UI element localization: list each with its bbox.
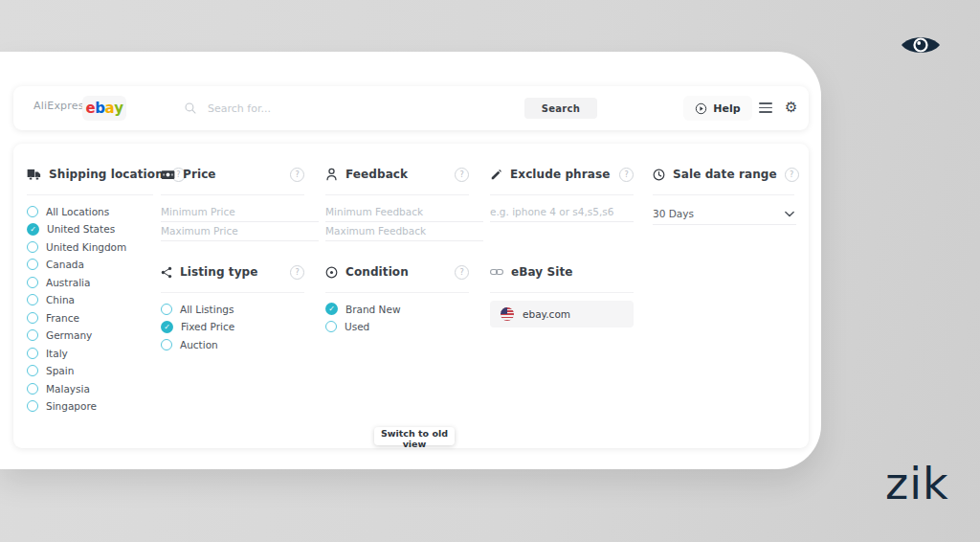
- radio-unchecked-icon: [27, 329, 38, 341]
- exclude-phrase-input[interactable]: [490, 203, 634, 222]
- radio-unchecked-icon: [27, 206, 38, 217]
- person-icon: [325, 168, 338, 181]
- panel-title: Feedback: [345, 168, 447, 181]
- panel-title: Exclude phrase: [510, 168, 612, 181]
- radio-option-label: Singapore: [46, 400, 97, 412]
- tab-aliexpress[interactable]: AliExpress: [33, 100, 90, 112]
- radio-option-label: Italy: [46, 348, 68, 359]
- share-icon: [161, 266, 172, 279]
- radio-option-all-locations[interactable]: All Locations: [27, 205, 153, 218]
- search-icon: [184, 102, 197, 115]
- radio-unchecked-icon: [325, 321, 337, 332]
- radio-option-used[interactable]: Used: [325, 321, 469, 334]
- radio-checked-icon: ✓: [325, 303, 338, 315]
- search-input[interactable]: [206, 102, 439, 116]
- radio-option-label: Malaysia: [46, 383, 90, 395]
- ebay-logo-letter: b: [95, 102, 104, 116]
- link-icon: [490, 268, 503, 276]
- panel-header: Feedback ?: [325, 167, 469, 195]
- radio-option-label: Used: [345, 321, 369, 332]
- radio-option-united-kingdom[interactable]: United Kingdom: [27, 240, 153, 254]
- search-button[interactable]: Search: [524, 98, 597, 119]
- panel-title: Listing type: [180, 265, 282, 279]
- panel-listing-type: Listing type ? All Listings✓Fixed PriceA…: [161, 264, 304, 351]
- radio-option-italy[interactable]: Italy: [27, 347, 153, 360]
- radio-option-brand-new[interactable]: ✓Brand New: [325, 303, 469, 316]
- radio-unchecked-icon: [27, 383, 38, 395]
- radio-option-label: Auction: [180, 339, 218, 350]
- radio-option-label: Fixed Price: [181, 321, 234, 332]
- ebay-logo-letter: e: [86, 102, 96, 116]
- panel-header: Condition ?: [325, 264, 469, 293]
- radio-option-spain[interactable]: Spain: [27, 365, 153, 378]
- page-background: AliExpress ebay Search Help ⚙: [0, 0, 980, 542]
- panel-header: Price ?: [161, 167, 304, 195]
- radio-option-label: Australia: [46, 277, 90, 288]
- panel-header: Listing type ?: [161, 264, 304, 293]
- radio-option-label: United Kingdom: [46, 241, 126, 253]
- radio-unchecked-icon: [27, 259, 38, 270]
- tab-ebay[interactable]: ebay: [82, 96, 126, 121]
- panel-ebay-site: eBay Site ebay.com: [490, 264, 634, 327]
- help-button[interactable]: Help: [683, 96, 752, 121]
- topbar: AliExpress ebay Search Help ⚙: [13, 86, 809, 130]
- hamburger-menu-icon[interactable]: [759, 102, 772, 113]
- ebay-site-selector[interactable]: ebay.com: [490, 301, 634, 327]
- radio-unchecked-icon: [27, 312, 38, 324]
- radio-option-singapore[interactable]: Singapore: [27, 400, 153, 414]
- radio-unchecked-icon: [27, 365, 38, 376]
- search-box: [184, 86, 439, 130]
- radio-option-label: United States: [47, 223, 115, 235]
- radio-option-auction[interactable]: Auction: [161, 338, 304, 351]
- panel-header: Sale date range ?: [653, 167, 794, 195]
- radio-option-label: Spain: [46, 365, 74, 376]
- radio-option-malaysia[interactable]: Malaysia: [27, 382, 153, 395]
- radio-option-all-listings[interactable]: All Listings: [161, 303, 304, 316]
- radio-option-label: Brand New: [345, 304, 401, 315]
- switch-to-old-view-button[interactable]: Switch to old view: [374, 427, 455, 445]
- radio-option-label: All Locations: [46, 206, 109, 217]
- panel-title: Price: [183, 168, 282, 181]
- radio-unchecked-icon: [27, 400, 38, 412]
- sale-date-range-value: 30 Days: [653, 208, 694, 219]
- radio-option-fixed-price[interactable]: ✓Fixed Price: [161, 321, 304, 334]
- help-icon[interactable]: ?: [785, 168, 799, 182]
- radio-option-label: All Listings: [180, 304, 234, 315]
- help-icon[interactable]: ?: [290, 265, 304, 280]
- radio-unchecked-icon: [27, 277, 38, 288]
- panel-header: Exclude phrase ?: [490, 167, 634, 195]
- panel-header: Shipping location ?: [27, 167, 153, 195]
- panel-title: Sale date range: [673, 168, 777, 181]
- radio-unchecked-icon: [27, 294, 38, 305]
- radio-option-france[interactable]: France: [27, 311, 153, 325]
- minimum-price-input[interactable]: [161, 203, 319, 222]
- help-icon[interactable]: ?: [619, 168, 634, 182]
- play-circle-icon: [695, 102, 707, 115]
- panel-feedback: Feedback ?: [325, 167, 469, 241]
- maximum-feedback-input[interactable]: [325, 222, 483, 241]
- panel-title: eBay Site: [511, 265, 634, 279]
- radio-option-canada[interactable]: Canada: [27, 259, 153, 272]
- help-icon[interactable]: ?: [455, 265, 469, 280]
- panel-title: Condition: [345, 265, 447, 279]
- us-flag-icon: [501, 307, 514, 321]
- radio-option-label: Canada: [46, 259, 84, 270]
- radio-option-united-states[interactable]: ✓United States: [27, 223, 153, 237]
- target-icon: [325, 266, 338, 279]
- sale-date-range-select[interactable]: 30 Days: [653, 205, 796, 225]
- minimum-feedback-input[interactable]: [325, 203, 483, 222]
- radio-unchecked-icon: [161, 339, 172, 350]
- settings-gear-icon[interactable]: ⚙: [785, 99, 797, 116]
- help-icon[interactable]: ?: [455, 168, 469, 182]
- radio-option-germany[interactable]: Germany: [27, 329, 153, 343]
- ebay-site-value: ebay.com: [523, 308, 570, 320]
- help-icon[interactable]: ?: [290, 168, 304, 182]
- maximum-price-input[interactable]: [161, 222, 319, 241]
- condition-options: ✓Brand NewUsed: [325, 303, 469, 333]
- banknote-icon: [161, 169, 175, 180]
- ebay-logo-letter: a: [105, 102, 115, 116]
- radio-option-australia[interactable]: Australia: [27, 276, 153, 289]
- zik-wordmark: zik: [885, 460, 949, 508]
- radio-option-china[interactable]: China: [27, 294, 153, 307]
- panel-header: eBay Site: [490, 264, 634, 293]
